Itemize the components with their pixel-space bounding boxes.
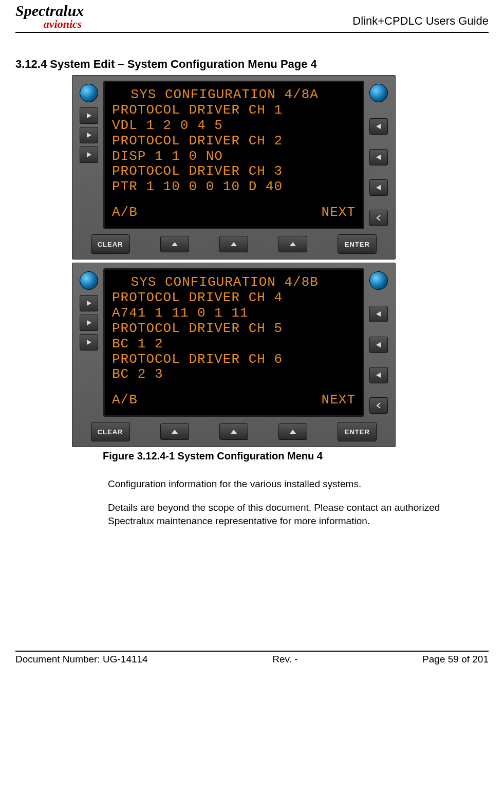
svg-marker-0 — [87, 113, 91, 118]
right-side-column — [367, 81, 390, 229]
svg-marker-17 — [290, 430, 296, 434]
back-button[interactable] — [369, 210, 388, 226]
up-arrow-button[interactable] — [219, 423, 248, 440]
page-header: Spectralux avionics Dlink+CPDLC Users Gu… — [15, 0, 489, 33]
svg-marker-1 — [87, 133, 91, 138]
left-softkey-2[interactable] — [80, 127, 98, 143]
screen-line: PROTOCOL DRIVER CH 4 — [112, 290, 356, 306]
enter-button[interactable]: ENTER — [338, 234, 377, 254]
screen-a: SYS CONFIGURATION 4/8A PROTOCOL DRIVER C… — [103, 81, 364, 229]
svg-marker-4 — [376, 155, 381, 160]
svg-marker-2 — [87, 152, 91, 157]
left-softkey-1[interactable] — [80, 107, 98, 124]
screen-footer-right: NEXT — [322, 205, 356, 220]
svg-marker-3 — [376, 124, 381, 129]
svg-marker-5 — [376, 185, 381, 190]
screen-footer-left: A/B — [112, 393, 138, 408]
svg-marker-9 — [87, 301, 91, 306]
bottom-button-row: CLEAR ENTER — [78, 234, 390, 254]
svg-marker-15 — [172, 430, 178, 434]
svg-marker-11 — [87, 340, 91, 345]
enter-button[interactable]: ENTER — [338, 422, 377, 441]
back-button[interactable] — [369, 397, 388, 414]
up-arrow-button[interactable] — [278, 236, 307, 252]
body-paragraph-2: Details are beyond the scope of this doc… — [108, 501, 457, 527]
screen-line: BC 2 3 — [112, 367, 356, 382]
screen-line: PTR 1 10 0 0 10 D 40 — [112, 179, 356, 195]
svg-marker-10 — [87, 320, 91, 325]
device-panel-a: SYS CONFIGURATION 4/8A PROTOCOL DRIVER C… — [72, 75, 396, 260]
screen-line: PROTOCOL DRIVER CH 2 — [112, 134, 356, 149]
guide-title: Dlink+CPDLC Users Guide — [352, 14, 489, 28]
svg-marker-16 — [231, 430, 237, 434]
screen-line: PROTOCOL DRIVER CH 6 — [112, 352, 356, 367]
up-arrow-button[interactable] — [278, 423, 307, 440]
footer-doc-number: Document Number: UG-14114 — [15, 654, 148, 665]
clear-button[interactable]: CLEAR — [91, 422, 130, 441]
screen-line: A741 1 11 0 1 11 — [112, 306, 356, 321]
screen-line: PROTOCOL DRIVER CH 3 — [112, 164, 356, 179]
right-softkey-1[interactable] — [369, 118, 388, 135]
figure-caption: Figure 3.12.4-1 System Configuration Men… — [103, 450, 489, 462]
screen-line: DISP 1 1 0 NO — [112, 149, 356, 164]
screen-line: VDL 1 2 0 4 5 — [112, 118, 356, 134]
clear-button[interactable]: CLEAR — [91, 234, 130, 254]
up-arrow-button[interactable] — [160, 423, 189, 440]
screen-line: PROTOCOL DRIVER CH 1 — [112, 103, 356, 118]
svg-marker-13 — [376, 342, 381, 347]
screen-title: SYS CONFIGURATION 4/8A — [112, 87, 356, 103]
knob-icon[interactable] — [369, 84, 388, 102]
screen-footer-left: A/B — [112, 205, 138, 220]
left-softkey-1[interactable] — [80, 295, 98, 311]
logo-line1: Spectralux — [15, 2, 84, 19]
knob-icon[interactable] — [80, 84, 98, 102]
svg-marker-12 — [376, 311, 381, 317]
svg-marker-8 — [290, 242, 296, 246]
right-side-column — [367, 268, 390, 417]
svg-marker-6 — [172, 242, 178, 246]
screen-title: SYS CONFIGURATION 4/8B — [112, 275, 356, 290]
knob-icon[interactable] — [369, 271, 388, 290]
up-arrow-button[interactable] — [219, 236, 248, 252]
svg-marker-14 — [376, 373, 381, 378]
right-softkey-3[interactable] — [369, 179, 388, 196]
right-softkey-2[interactable] — [369, 337, 388, 353]
body-paragraph-1: Configuration information for the variou… — [108, 477, 457, 491]
section-heading: 3.12.4 System Edit – System Configuratio… — [15, 58, 489, 71]
left-side-column — [78, 81, 100, 229]
page-footer: Document Number: UG-14114 Rev. - Page 59… — [15, 651, 489, 675]
left-softkey-2[interactable] — [80, 315, 98, 331]
svg-marker-7 — [231, 242, 237, 246]
logo-line2: avionics — [15, 19, 84, 30]
device-panel-b: SYS CONFIGURATION 4/8B PROTOCOL DRIVER C… — [72, 263, 396, 447]
bottom-button-row: CLEAR ENTER — [78, 422, 390, 441]
footer-rev: Rev. - — [272, 654, 297, 665]
knob-icon[interactable] — [80, 271, 98, 290]
left-softkey-3[interactable] — [80, 146, 98, 163]
screen-b: SYS CONFIGURATION 4/8B PROTOCOL DRIVER C… — [103, 268, 364, 417]
left-softkey-3[interactable] — [80, 334, 98, 350]
up-arrow-button[interactable] — [160, 236, 189, 252]
right-softkey-1[interactable] — [369, 306, 388, 322]
right-softkey-2[interactable] — [369, 149, 388, 165]
screen-footer-right: NEXT — [322, 393, 356, 408]
logo: Spectralux avionics — [15, 3, 84, 30]
left-side-column — [78, 268, 100, 417]
screen-line: BC 1 2 — [112, 337, 356, 352]
right-softkey-3[interactable] — [369, 367, 388, 383]
screen-line: PROTOCOL DRIVER CH 5 — [112, 321, 356, 337]
footer-page: Page 59 of 201 — [422, 654, 489, 665]
